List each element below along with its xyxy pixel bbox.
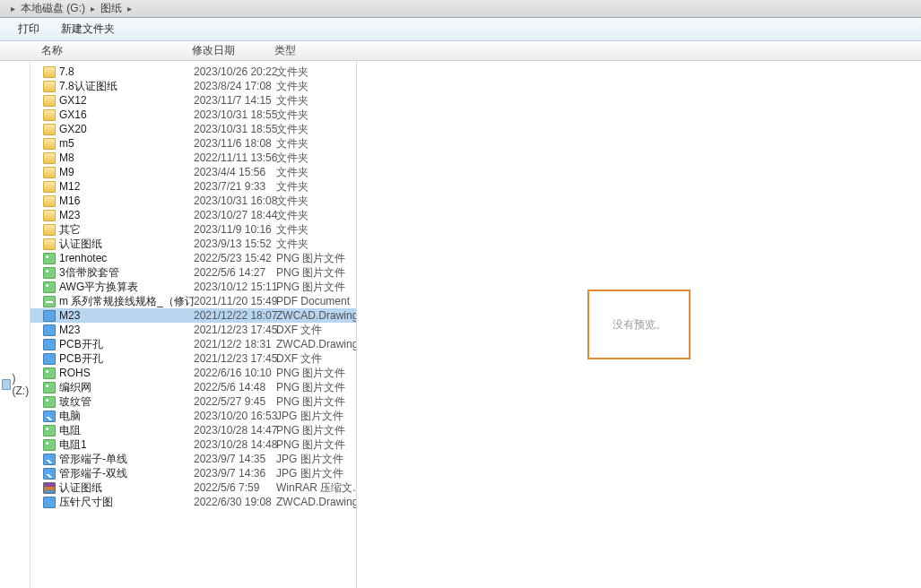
- file-name: 7.8: [59, 65, 194, 78]
- breadcrumb-disk[interactable]: 本地磁盘 (G:): [21, 1, 85, 16]
- jpg-icon: [43, 454, 56, 465]
- png-icon: [43, 267, 56, 279]
- file-type: DXF 文件: [276, 351, 356, 367]
- file-row[interactable]: 认证图纸2022/5/6 7:59WinRAR 压缩文...: [30, 480, 356, 495]
- breadcrumb[interactable]: ▸ 本地磁盘 (G:) ▸ 图纸 ▸: [0, 0, 921, 18]
- file-row[interactable]: 编织网2022/5/6 14:48PNG 图片文件: [30, 380, 356, 394]
- file-row[interactable]: 认证图纸2023/9/13 15:52文件夹: [30, 237, 356, 251]
- file-name: 玻纹管: [59, 394, 194, 410]
- file-row[interactable]: M82022/11/11 13:56文件夹: [30, 151, 356, 165]
- breadcrumb-arrow-icon: ▸: [127, 4, 132, 13]
- file-date: 2023/10/20 16:53: [194, 410, 276, 422]
- file-name: 压针尺寸图: [59, 495, 194, 510]
- file-type: 文件夹: [276, 237, 356, 252]
- file-row[interactable]: M122023/7/21 9:33文件夹: [30, 179, 356, 194]
- column-name[interactable]: 名称: [0, 43, 192, 58]
- file-row[interactable]: m 系列常规接线规格_（修订版）2021/11/20 15:49PDF Docu…: [30, 294, 356, 308]
- file-type: 文件夹: [276, 151, 356, 166]
- file-date: 2021/11/20 15:49: [194, 295, 276, 307]
- fold-icon: [43, 66, 56, 78]
- file-name: GX16: [59, 108, 194, 121]
- column-headers: 名称 修改日期 类型: [0, 41, 921, 61]
- file-name: 其它: [59, 222, 194, 238]
- toolbar: 打印 新建文件夹: [0, 18, 921, 41]
- file-date: 2022/11/11 13:56: [194, 151, 276, 164]
- file-name: 认证图纸: [59, 480, 194, 496]
- file-type: 文件夹: [276, 122, 356, 137]
- file-type: ZWCAD.Drawing: [276, 496, 356, 508]
- file-row[interactable]: 管形端子-单线2023/9/7 14:35JPG 图片文件: [30, 452, 356, 466]
- file-name: 1renhotec: [59, 252, 194, 264]
- file-row[interactable]: ROHS2022/6/16 10:10PNG 图片文件: [30, 366, 356, 380]
- file-row[interactable]: GX162023/10/31 18:55文件夹: [30, 108, 356, 122]
- file-row[interactable]: GX202023/10/31 18:55文件夹: [30, 122, 356, 136]
- file-name: 电阻1: [59, 437, 194, 453]
- file-type: 文件夹: [276, 79, 356, 94]
- fold-icon: [43, 138, 56, 150]
- fold-icon: [43, 124, 56, 135]
- file-row[interactable]: PCB开孔2021/12/23 17:45DXF 文件: [30, 351, 356, 366]
- file-type: 文件夹: [276, 222, 356, 238]
- file-type: 文件夹: [276, 65, 356, 80]
- file-row[interactable]: 电阻12023/10/28 14:48PNG 图片文件: [30, 437, 356, 452]
- file-row[interactable]: 电阻2023/10/28 14:47PNG 图片文件: [30, 423, 356, 437]
- breadcrumb-arrow-icon: ▸: [91, 4, 95, 13]
- file-date: 2023/10/28 14:47: [194, 424, 276, 437]
- file-row[interactable]: 1renhotec2022/5/23 15:42PNG 图片文件: [30, 251, 356, 265]
- file-type: DXF 文件: [276, 323, 356, 338]
- file-list[interactable]: 7.82023/10/26 20:22文件夹7.8认证图纸2023/8/24 1…: [30, 61, 357, 588]
- file-type: ZWCAD.Drawing: [276, 338, 356, 350]
- breadcrumb-folder[interactable]: 图纸: [100, 1, 122, 16]
- file-row[interactable]: 管形端子-双线2023/9/7 14:36JPG 图片文件: [30, 466, 356, 480]
- file-name: 管形端子-双线: [59, 466, 194, 481]
- column-date[interactable]: 修改日期: [192, 43, 274, 58]
- file-row[interactable]: GX122023/11/7 14:15文件夹: [30, 93, 356, 108]
- file-type: 文件夹: [276, 179, 356, 195]
- file-type: 文件夹: [276, 136, 356, 151]
- file-date: 2023/10/27 18:44: [194, 209, 276, 221]
- file-date: 2023/10/28 14:48: [194, 438, 276, 451]
- new-folder-button[interactable]: 新建文件夹: [61, 22, 115, 37]
- file-type: 文件夹: [276, 108, 356, 123]
- file-row[interactable]: 压针尺寸图2022/6/30 19:08ZWCAD.Drawing: [30, 495, 356, 509]
- file-name: 编织网: [59, 380, 194, 395]
- print-button[interactable]: 打印: [18, 22, 39, 37]
- file-date: 2021/12/23 17:45: [194, 324, 276, 336]
- file-row[interactable]: M232021/12/23 17:45DXF 文件: [30, 323, 356, 337]
- file-name: M23: [59, 324, 194, 336]
- file-row[interactable]: M162023/10/31 16:08文件夹: [30, 194, 356, 208]
- file-row[interactable]: 7.8认证图纸2023/8/24 17:08文件夹: [30, 79, 356, 93]
- file-name: GX12: [59, 94, 194, 107]
- pdf-icon: [43, 296, 56, 307]
- file-row[interactable]: M232021/12/22 18:07ZWCAD.Drawing: [30, 308, 356, 323]
- file-type: JPG 图片文件: [276, 466, 356, 481]
- file-date: 2022/5/27 9:45: [194, 395, 276, 408]
- png-icon: [43, 368, 56, 379]
- file-row[interactable]: M92023/4/4 15:56文件夹: [30, 165, 356, 179]
- fold-icon: [43, 167, 56, 178]
- file-row[interactable]: 玻纹管2022/5/27 9:45PNG 图片文件: [30, 394, 356, 409]
- fold-icon: [43, 95, 56, 107]
- file-name: 电阻: [59, 423, 194, 438]
- file-row[interactable]: 其它2023/11/9 10:16文件夹: [30, 222, 356, 237]
- file-row[interactable]: 3倍带胶套管2022/5/6 14:27PNG 图片文件: [30, 265, 356, 280]
- drive-label: ) (Z:): [13, 372, 30, 397]
- file-date: 2022/6/30 19:08: [194, 496, 276, 508]
- file-row[interactable]: M232023/10/27 18:44文件夹: [30, 208, 356, 222]
- file-date: 2023/9/7 14:35: [194, 453, 276, 465]
- file-row[interactable]: 电脑2023/10/20 16:53JPG 图片文件: [30, 409, 356, 423]
- file-row[interactable]: PCB开孔2021/12/2 18:31ZWCAD.Drawing: [30, 337, 356, 351]
- file-row[interactable]: 7.82023/10/26 20:22文件夹: [30, 65, 356, 79]
- file-type: PNG 图片文件: [276, 380, 356, 395]
- file-row[interactable]: AWG平方换算表2023/10/12 15:11PNG 图片文件: [30, 280, 356, 294]
- drive-item[interactable]: ) (Z:): [0, 376, 30, 393]
- file-date: 2022/6/16 10:10: [194, 367, 276, 379]
- nav-tree[interactable]: ) (Z:): [0, 61, 30, 588]
- column-type[interactable]: 类型: [274, 43, 921, 58]
- file-type: PDF Document: [276, 295, 356, 307]
- file-type: JPG 图片文件: [276, 409, 356, 424]
- file-name: M8: [59, 151, 194, 164]
- file-row[interactable]: m52023/11/6 18:08文件夹: [30, 136, 356, 151]
- breadcrumb-arrow-icon: ▸: [11, 4, 15, 13]
- file-type: 文件夹: [276, 93, 356, 108]
